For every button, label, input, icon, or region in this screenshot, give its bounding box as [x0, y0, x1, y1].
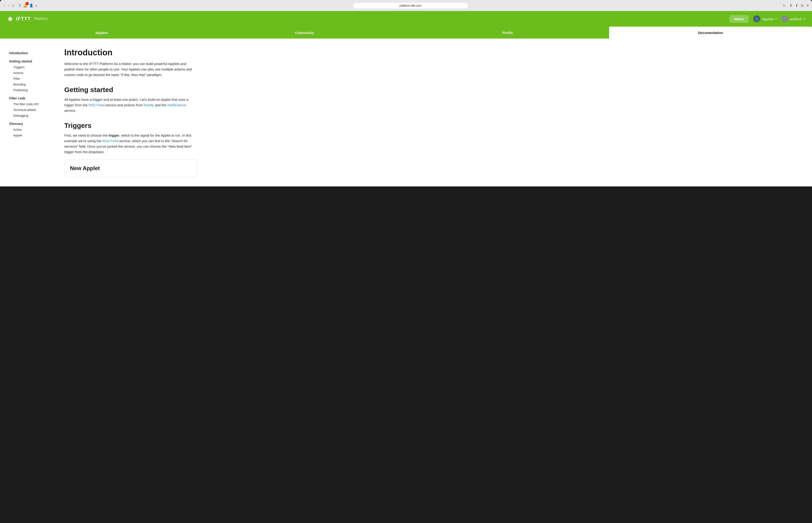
user-avatar: [781, 15, 788, 22]
rss-feed-link-2[interactable]: RSS Feed: [103, 139, 118, 143]
sidebar-item-filter-code[interactable]: Filter code: [9, 95, 51, 101]
sidebar-item-glossary[interactable]: Glossary: [9, 121, 51, 127]
sidebar-item-triggers[interactable]: Triggers: [9, 64, 51, 70]
user-nav[interactable]: weftech ▾: [781, 15, 805, 22]
subnav-documentation[interactable]: Documentation: [609, 26, 812, 39]
doc-triggers-paragraph: First, we need to choose the trigger, wh…: [64, 133, 197, 155]
doc-title-triggers: Triggers: [64, 122, 197, 129]
doc-intro-paragraph: Welcome to the IFTTT Platform! As a Make…: [64, 61, 197, 77]
browser-right-icons: ↻ ⬇ ⬆ ⧉ ✛: [782, 3, 809, 8]
doc-title-introduction: Introduction: [64, 48, 197, 57]
share-icon: ⬆: [795, 3, 798, 7]
browser-controls: ‹ › ⊡: [3, 3, 15, 8]
browser-chrome: ‹ › ⊡ ⚲ 🔔 2 👤 ≡ ↻ ⬇ ⬆ ⧉ ✛: [0, 0, 812, 11]
tab-button[interactable]: ⊡: [12, 4, 15, 7]
username-label: weftech: [790, 17, 802, 21]
sidebar-item-getting-started[interactable]: Getting started: [9, 58, 51, 64]
new-tab-icon: ✛: [806, 3, 809, 7]
logo-text: IFTTT: [16, 16, 31, 22]
notifications-link[interactable]: Notifications: [167, 103, 186, 107]
sidebar-item-branding[interactable]: Branding: [9, 82, 51, 87]
applets-nav[interactable]: 🌐 Applets ▾: [753, 15, 777, 22]
sidebar-item-publishing[interactable]: Publishing: [9, 87, 51, 93]
sidebar: Introduction Getting started Triggers Ac…: [0, 39, 55, 186]
sidebar-item-technical-details[interactable]: Technical details: [9, 107, 51, 113]
header-nav: Maker 🌐 Applets ▾ weftech ▾: [730, 15, 805, 23]
notification-area[interactable]: 🔔 2: [23, 3, 27, 7]
browser-icon-user: 👤: [29, 3, 34, 7]
sidebar-item-introduction[interactable]: Introduction: [9, 50, 51, 56]
applets-label: Applets: [762, 17, 773, 21]
doc-title-getting-started: Getting started: [64, 86, 197, 94]
windows-icon: ⧉: [801, 3, 804, 7]
applets-avatar: 🌐: [753, 15, 760, 22]
download-icon: ⬇: [790, 3, 793, 7]
sidebar-item-action[interactable]: Action: [9, 127, 51, 132]
sidebar-item-applet[interactable]: Applet: [9, 132, 51, 138]
doc-getting-paragraph: All Applets have a trigger and at least …: [64, 97, 197, 113]
trigger-bold-text: trigger: [109, 133, 119, 137]
subnav-community[interactable]: Community: [203, 26, 406, 39]
doc-content: Introduction Welcome to the IFTTT Platfo…: [55, 39, 211, 186]
platform-text: Platform: [34, 17, 48, 21]
notification-badge: 2: [25, 2, 29, 5]
maker-button[interactable]: Maker: [730, 15, 749, 23]
main-wrapper: Introduction Getting started Triggers Ac…: [0, 39, 812, 186]
getting-text-mid2: and the: [154, 103, 167, 107]
refresh-button[interactable]: ↻: [782, 3, 787, 8]
address-bar[interactable]: [353, 3, 468, 8]
user-chevron-icon: ▾: [804, 17, 805, 20]
forward-button[interactable]: ›: [7, 3, 10, 8]
getting-text-mid1: service and actions from: [105, 103, 144, 107]
back-button[interactable]: ‹: [3, 3, 6, 8]
sidebar-item-filter-code-api[interactable]: The filter code API: [9, 101, 51, 107]
browser-icon-menu: ≡: [35, 4, 37, 7]
subnav-profile[interactable]: Profile: [406, 26, 609, 39]
rss-feed-link-1[interactable]: RSS Feed: [89, 103, 105, 107]
site-header: ☻ IFTTT Platform Maker 🌐 Applets ▾ wefte…: [0, 11, 812, 26]
subnav-applets[interactable]: Applets: [0, 26, 203, 39]
sub-navigation: Applets Community Profile Documentation: [0, 26, 812, 39]
new-applet-box: New Applet: [64, 159, 197, 177]
sidebar-item-actions[interactable]: Actions: [9, 70, 51, 76]
getting-text-suffix: service.: [64, 109, 76, 112]
sidebar-item-debugging[interactable]: Debugging: [9, 113, 51, 119]
logo-area: ☻ IFTTT Platform: [7, 15, 48, 22]
logo-icon: ☻: [7, 15, 14, 22]
sidebar-item-filter[interactable]: Filter: [9, 76, 51, 82]
applets-chevron-icon: ▾: [775, 17, 777, 20]
new-applet-title: New Applet: [70, 165, 192, 172]
browser-icon-share: ⚲: [19, 3, 21, 7]
triggers-text-prefix: First, we need to choose the: [64, 133, 109, 137]
feedly-link[interactable]: Feedly: [144, 103, 154, 107]
